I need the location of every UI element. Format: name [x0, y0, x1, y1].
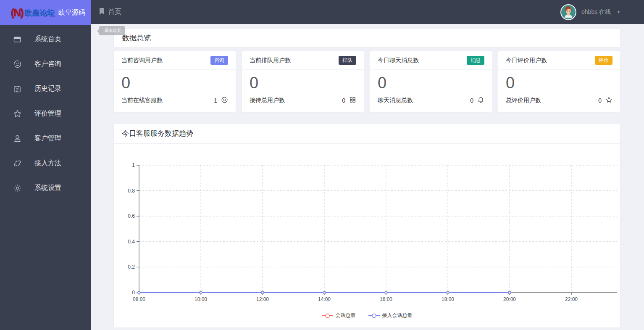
stat-card-ratings: 今日评价用户数 评价 0 总评价用户数 0 [498, 51, 620, 113]
stat-card-title: 当前咨询用户数 [121, 57, 163, 64]
sidebar-item-home[interactable]: 系统首页 [0, 27, 91, 52]
star-icon [13, 109, 22, 119]
legend-item[interactable]: 会话总量 [322, 312, 356, 319]
sidebar-item-history[interactable]: 历史记录 [0, 77, 91, 101]
svg-text:08:00: 08:00 [133, 296, 145, 302]
avatar [560, 4, 576, 20]
stat-card-queue: 当前排队用户数 排队 0 接待总用户数 0 [242, 51, 364, 113]
svg-text:0.2: 0.2 [128, 264, 135, 270]
stat-footer-label: 接待总用户数 [250, 97, 285, 104]
sidebar-item-label: 系统首页 [34, 35, 61, 44]
logo-forum-text: 欧皇论坛 [24, 8, 55, 18]
user-name-status: ohbbs 在线 [581, 8, 611, 16]
bell-icon [477, 96, 484, 105]
stat-footer-value: 0 [598, 97, 602, 104]
svg-text:18:00: 18:00 [442, 296, 454, 302]
app-logo[interactable]: (N) 欧皇论坛 欧皇源码 [0, 0, 91, 25]
legend-marker-icon [322, 313, 333, 318]
user-icon [13, 134, 22, 143]
stat-badge-0: 咨询 [210, 56, 228, 65]
svg-text:12:00: 12:00 [256, 296, 269, 302]
sidebar: 系统首页 客户咨询 历史记录 评价管理 客户管理 [0, 25, 91, 330]
chart-legend: 会话总量 接入会话总量 [114, 312, 620, 319]
stat-badge-2: 消息 [467, 56, 484, 65]
team-icon [349, 96, 356, 105]
svg-text:14:00: 14:00 [318, 296, 331, 302]
star-icon [605, 96, 612, 105]
sidebar-item-label: 评价管理 [34, 109, 61, 118]
stat-footer-value: 1 [214, 97, 217, 104]
sidebar-item-customers[interactable]: 客户管理 [0, 126, 91, 151]
svg-text:0.6: 0.6 [128, 213, 135, 219]
svg-text:10:00: 10:00 [195, 296, 207, 302]
nav-home[interactable]: 首页 [99, 8, 121, 17]
window-icon [13, 35, 22, 44]
stat-value: 0 [121, 73, 228, 93]
stat-badge-3: 评价 [595, 56, 612, 65]
sidebar-item-label: 系统设置 [34, 184, 61, 193]
bookmark-icon [99, 8, 105, 17]
stat-footer-label: 当前在线客服数 [121, 97, 163, 104]
nav-home-label: 首页 [108, 8, 121, 16]
stat-footer-label: 聊天消息总数 [378, 97, 413, 104]
sidebar-item-settings[interactable]: 系统设置 [0, 176, 91, 201]
link-icon [13, 159, 22, 168]
page-tab-tag: 系统首页 [99, 26, 125, 35]
chart-title: 今日客服服务数据趋势 [114, 124, 620, 144]
trend-chart: 00.20.40.60.8108:0010:0012:0014:0016:001… [114, 144, 620, 308]
svg-text:0.4: 0.4 [128, 239, 135, 245]
gear-icon [13, 184, 22, 193]
sidebar-item-label: 历史记录 [34, 84, 61, 93]
smiley-icon [13, 60, 22, 69]
stat-footer-value: 0 [470, 97, 473, 104]
stat-value: 0 [506, 73, 612, 93]
stat-value: 0 [250, 73, 356, 93]
sidebar-item-label: 接入方法 [34, 159, 61, 168]
logo-mark-icon: (N) [11, 7, 23, 19]
stat-value: 0 [378, 73, 484, 93]
trend-chart-card: 今日客服服务数据趋势 00.20.40.60.8108:0010:0012:00… [113, 123, 620, 328]
stat-footer-value: 0 [342, 97, 345, 104]
legend-item[interactable]: 接入会话总量 [368, 312, 413, 319]
sidebar-item-consult[interactable]: 客户咨询 [0, 52, 91, 77]
stat-card-title: 当前排队用户数 [250, 57, 291, 64]
sidebar-item-label: 客户咨询 [34, 60, 61, 69]
logo-site-text: 欧皇源码 [58, 8, 85, 17]
stat-cards: 当前咨询用户数 咨询 0 当前在线客服数 1 [113, 51, 620, 113]
sidebar-item-ratings[interactable]: 评价管理 [0, 101, 91, 126]
svg-text:1: 1 [132, 162, 135, 168]
svg-text:22:00: 22:00 [565, 296, 578, 302]
smiley-icon [221, 96, 228, 105]
overview-header: 数据总览 [113, 29, 620, 48]
page-title: 数据总览 [122, 33, 151, 43]
top-navbar: 首页 ohbbs 在线 ▼ [91, 0, 644, 24]
user-menu[interactable]: ohbbs 在线 ▼ [560, 4, 620, 20]
stat-card-messages: 今日聊天消息数 消息 0 聊天消息总数 0 [370, 51, 492, 113]
stat-card-title: 今日评价用户数 [506, 57, 547, 64]
stat-footer-label: 总评价用户数 [506, 97, 541, 104]
sidebar-item-label: 客户管理 [34, 134, 61, 143]
main-content: 系统首页 数据总览 当前咨询用户数 咨询 0 当前在线客服数 1 [91, 24, 644, 330]
stat-card-title: 今日聊天消息数 [378, 57, 419, 64]
chevron-down-icon: ▼ [617, 10, 620, 14]
svg-text:0: 0 [132, 290, 135, 296]
stat-card-consulting: 当前咨询用户数 咨询 0 当前在线客服数 1 [113, 51, 236, 113]
svg-text:0.8: 0.8 [128, 188, 135, 194]
sidebar-item-integration[interactable]: 接入方法 [0, 151, 91, 176]
svg-text:16:00: 16:00 [380, 296, 392, 302]
notebook-icon [13, 84, 22, 94]
legend-marker-icon [368, 313, 380, 318]
stat-badge-1: 排队 [339, 56, 356, 65]
svg-text:20:00: 20:00 [503, 296, 516, 302]
